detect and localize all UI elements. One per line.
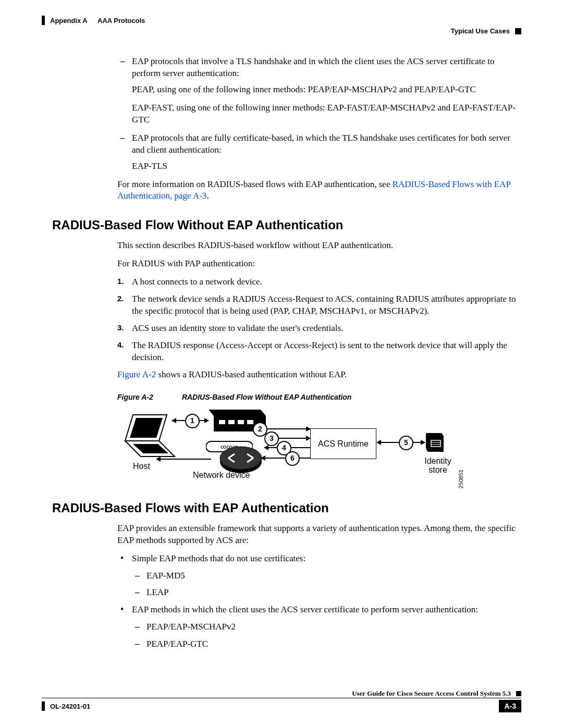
step-3-text: ACS uses an identity store to validate t… (132, 323, 343, 333)
header-appendix-text: Appendix A AAA Protocols (50, 17, 145, 24)
bullet-2-dash-1: PEAP/EAP-MSCHAPv2 (146, 621, 521, 633)
step-circle-1: 1 (185, 414, 200, 428)
footer-page-number: A-3 (499, 700, 521, 712)
svg-point-13 (220, 447, 262, 470)
step-circle-6-num: 6 (290, 453, 295, 463)
step-circle-2-num: 2 (258, 424, 262, 434)
page-footer: User Guide for Cisco Secure Access Contr… (42, 688, 521, 712)
footer-square-icon (516, 691, 521, 696)
figure-caption: Figure A-2 RADIUS-Based Flow Without EAP… (117, 392, 521, 402)
identity-store-icon (426, 433, 446, 454)
bullet-1-dash-2: LEAP (146, 587, 521, 599)
step-circle-6: 6 (285, 451, 300, 466)
figure-title: RADIUS-Based Flow Without EAP Authentica… (182, 393, 352, 401)
svg-rect-7 (228, 420, 235, 424)
identity-store-l2: store (429, 465, 447, 474)
svg-marker-4 (209, 410, 266, 416)
figure-ref-post: shows a RADIUS-based authentication with… (156, 369, 347, 379)
step-circle-3-num: 3 (270, 434, 274, 443)
intro-dash1-p1: PEAP, using one of the following inner m… (132, 84, 521, 96)
section2-heading: RADIUS-Based Flows with EAP Authenticati… (52, 501, 521, 515)
header-section-text: Typical Use Cases (451, 27, 510, 35)
figure-ref-link[interactable]: Figure A-2 (117, 369, 156, 379)
step-3: 3.ACS uses an identity store to validate… (132, 323, 521, 335)
intro-dash-list: EAP protocols that involve a TLS handsha… (117, 56, 521, 172)
section1-steps: 1.A host connects to a network device. 2… (117, 276, 521, 364)
host-label: Host (133, 461, 150, 472)
step-2: 2.The network device sends a RADIUS Acce… (132, 293, 521, 317)
svg-marker-16 (426, 433, 428, 452)
step-circle-3: 3 (264, 431, 279, 446)
identity-store-label: Identity store (422, 456, 454, 475)
header-appendix-row: Appendix A AAA Protocols (42, 16, 521, 25)
svg-marker-15 (426, 433, 444, 436)
step-1: 1.A host connects to a network device. (132, 276, 521, 288)
diagram-id-code: 250851 (457, 470, 465, 489)
svg-rect-6 (219, 420, 225, 424)
step-circle-5-num: 5 (404, 438, 408, 448)
bullet-2-dash-2: PEAP/EAP-GTC (146, 638, 521, 650)
intro-dash2-text: EAP protocols that are fully certificate… (132, 133, 510, 155)
step-circle-5: 5 (399, 436, 413, 450)
figure-a2-diagram: Host ∞∞∞ (117, 410, 521, 490)
intro-moreinfo-post: . (206, 191, 209, 201)
step-4: 4.The RADIUS response (Access-Accept or … (132, 340, 521, 364)
section2-p1: EAP provides an extensible framework tha… (117, 523, 521, 547)
intro-moreinfo: For more information on RADIUS-based flo… (117, 179, 521, 203)
svg-rect-8 (238, 420, 244, 424)
bullet-1: Simple EAP methods that do not use certi… (132, 553, 521, 599)
section1-heading: RADIUS-Based Flow Without EAP Authentica… (52, 218, 521, 232)
intro-dash-item-2: EAP protocols that are fully certificate… (132, 132, 521, 172)
header-square-icon (515, 28, 521, 34)
footer-docnum: OL-24201-01 (50, 702, 90, 710)
footer-guide-title: User Guide for Cisco Secure Access Contr… (352, 689, 511, 697)
bullet-2: EAP methods in which the client uses the… (132, 604, 521, 650)
section1-figref: Figure A-2 shows a RADIUS-based authenti… (117, 369, 521, 381)
figure-label: Figure A-2 (117, 392, 180, 402)
header-bar-icon (42, 16, 45, 25)
host-laptop-icon (117, 410, 180, 462)
intro-dash1-p2: EAP-FAST, using one of the following inn… (132, 102, 521, 126)
bullet-2-text: EAP methods in which the client uses the… (132, 604, 478, 614)
bullet-1-text: Simple EAP methods that do not use certi… (132, 553, 305, 563)
step-4-text: The RADIUS response (Access-Accept or Ac… (132, 340, 507, 362)
intro-dash1-text: EAP protocols that involve a TLS handsha… (132, 56, 494, 78)
step-1-text: A host connects to a network device. (132, 277, 262, 287)
svg-rect-14 (428, 436, 444, 452)
step-2-text: The network device sends a RADIUS Access… (132, 294, 516, 316)
acs-runtime-label: ACS Runtime (318, 439, 369, 448)
step-circle-1-num: 1 (190, 416, 194, 426)
section1-p2: For RADIUS with PAP authentication: (117, 258, 521, 270)
intro-dash-item-1: EAP protocols that involve a TLS handsha… (132, 56, 521, 126)
step-circle-4-num: 4 (282, 443, 286, 453)
section1-p1: This section describes RADIUS-based work… (117, 240, 521, 252)
network-device-label: Network device (193, 470, 250, 481)
arrow-host-net-6 (156, 459, 211, 460)
intro-dash2-p1: EAP-TLS (132, 161, 521, 172)
identity-store-l1: Identity (424, 456, 451, 465)
arrow-net-acs-2 (261, 428, 310, 429)
header-section-row: Typical Use Cases (42, 27, 521, 35)
intro-moreinfo-pre: For more information on RADIUS-based flo… (117, 179, 393, 189)
footer-bar-icon (42, 701, 45, 711)
acs-runtime-box: ACS Runtime (310, 428, 376, 460)
svg-rect-9 (247, 420, 253, 424)
bullet-1-dash-1: EAP-MD5 (146, 570, 521, 582)
section2-bullet-list: Simple EAP methods that do not use certi… (117, 553, 521, 651)
